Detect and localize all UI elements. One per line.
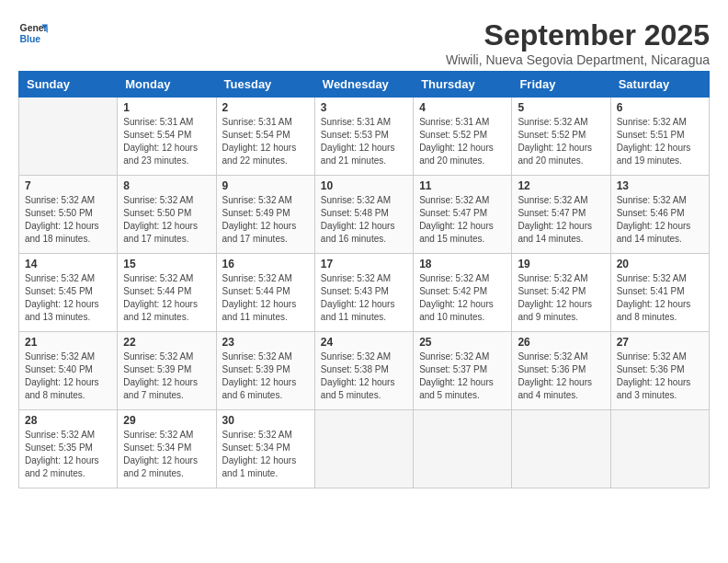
calendar-cell: 25Sunrise: 5:32 AMSunset: 5:37 PMDayligh… <box>414 332 512 410</box>
calendar-cell: 2Sunrise: 5:31 AMSunset: 5:54 PMDaylight… <box>216 98 314 176</box>
day-info: Sunrise: 5:32 AMSunset: 5:36 PMDaylight:… <box>617 350 703 402</box>
calendar-cell: 11Sunrise: 5:32 AMSunset: 5:47 PMDayligh… <box>414 176 512 254</box>
calendar-cell: 23Sunrise: 5:32 AMSunset: 5:39 PMDayligh… <box>216 332 314 410</box>
day-info: Sunrise: 5:32 AMSunset: 5:40 PMDaylight:… <box>25 350 111 402</box>
day-number: 3 <box>321 101 407 114</box>
calendar-cell: 13Sunrise: 5:32 AMSunset: 5:46 PMDayligh… <box>610 176 709 254</box>
day-info: Sunrise: 5:32 AMSunset: 5:34 PMDaylight:… <box>123 429 210 480</box>
logo: General Blue <box>18 18 48 48</box>
day-info: Sunrise: 5:32 AMSunset: 5:52 PMDaylight:… <box>518 116 604 167</box>
weekday-header-sunday: Sunday <box>19 72 118 98</box>
day-number: 21 <box>25 336 111 349</box>
weekday-header-friday: Friday <box>512 72 610 98</box>
month-title: September 2025 <box>446 18 710 52</box>
page-header: General Blue September 2025 Wiwili, Nuev… <box>18 18 710 67</box>
calendar-cell: 21Sunrise: 5:32 AMSunset: 5:40 PMDayligh… <box>19 332 118 410</box>
day-number: 4 <box>419 101 506 114</box>
title-section: September 2025 Wiwili, Nueva Segovia Dep… <box>446 18 710 67</box>
day-info: Sunrise: 5:31 AMSunset: 5:53 PMDaylight:… <box>321 116 407 167</box>
calendar-cell: 20Sunrise: 5:32 AMSunset: 5:41 PMDayligh… <box>610 254 709 332</box>
day-number: 7 <box>25 179 111 192</box>
day-info: Sunrise: 5:32 AMSunset: 5:46 PMDaylight:… <box>617 194 703 246</box>
calendar-cell: 9Sunrise: 5:32 AMSunset: 5:49 PMDaylight… <box>216 176 314 254</box>
calendar-cell: 1Sunrise: 5:31 AMSunset: 5:54 PMDaylight… <box>118 98 216 176</box>
day-number: 9 <box>222 179 309 192</box>
day-number: 5 <box>518 101 604 114</box>
calendar-table: SundayMondayTuesdayWednesdayThursdayFrid… <box>18 71 710 488</box>
location-subtitle: Wiwili, Nueva Segovia Department, Nicara… <box>446 52 710 67</box>
svg-text:Blue: Blue <box>20 34 41 44</box>
weekday-header-tuesday: Tuesday <box>216 72 314 98</box>
weekday-header-thursday: Thursday <box>414 72 512 98</box>
logo-icon: General Blue <box>18 18 48 48</box>
day-info: Sunrise: 5:32 AMSunset: 5:37 PMDaylight:… <box>419 350 506 402</box>
calendar-cell: 12Sunrise: 5:32 AMSunset: 5:47 PMDayligh… <box>512 176 610 254</box>
day-number: 10 <box>321 179 407 192</box>
calendar-cell: 28Sunrise: 5:32 AMSunset: 5:35 PMDayligh… <box>19 410 118 488</box>
day-number: 6 <box>617 101 703 114</box>
day-info: Sunrise: 5:31 AMSunset: 5:54 PMDaylight:… <box>123 116 210 167</box>
day-number: 15 <box>123 258 210 270</box>
weekday-header-saturday: Saturday <box>610 72 709 98</box>
day-info: Sunrise: 5:32 AMSunset: 5:39 PMDaylight:… <box>222 350 309 402</box>
day-number: 26 <box>518 336 604 349</box>
calendar-cell: 14Sunrise: 5:32 AMSunset: 5:45 PMDayligh… <box>19 254 118 332</box>
day-info: Sunrise: 5:32 AMSunset: 5:41 PMDaylight:… <box>617 272 703 324</box>
calendar-cell: 30Sunrise: 5:32 AMSunset: 5:34 PMDayligh… <box>216 410 314 488</box>
day-number: 8 <box>123 179 210 192</box>
calendar-cell <box>414 410 512 488</box>
day-info: Sunrise: 5:32 AMSunset: 5:43 PMDaylight:… <box>321 272 407 324</box>
day-info: Sunrise: 5:31 AMSunset: 5:52 PMDaylight:… <box>419 116 506 167</box>
day-number: 17 <box>321 258 407 270</box>
day-number: 23 <box>222 336 309 349</box>
day-info: Sunrise: 5:32 AMSunset: 5:47 PMDaylight:… <box>518 194 604 246</box>
day-number: 13 <box>617 179 703 192</box>
calendar-cell: 27Sunrise: 5:32 AMSunset: 5:36 PMDayligh… <box>610 332 709 410</box>
day-number: 12 <box>518 179 604 192</box>
calendar-cell: 4Sunrise: 5:31 AMSunset: 5:52 PMDaylight… <box>414 98 512 176</box>
day-number: 11 <box>419 179 506 192</box>
day-number: 18 <box>419 258 506 270</box>
calendar-cell: 7Sunrise: 5:32 AMSunset: 5:50 PMDaylight… <box>19 176 118 254</box>
day-info: Sunrise: 5:32 AMSunset: 5:49 PMDaylight:… <box>222 194 309 246</box>
day-info: Sunrise: 5:32 AMSunset: 5:36 PMDaylight:… <box>518 350 604 402</box>
day-number: 28 <box>25 414 111 427</box>
day-number: 22 <box>123 336 210 349</box>
calendar-cell: 19Sunrise: 5:32 AMSunset: 5:42 PMDayligh… <box>512 254 610 332</box>
calendar-cell <box>314 410 413 488</box>
calendar-cell: 5Sunrise: 5:32 AMSunset: 5:52 PMDaylight… <box>512 98 610 176</box>
calendar-cell: 16Sunrise: 5:32 AMSunset: 5:44 PMDayligh… <box>216 254 314 332</box>
calendar-cell: 3Sunrise: 5:31 AMSunset: 5:53 PMDaylight… <box>314 98 413 176</box>
day-info: Sunrise: 5:31 AMSunset: 5:54 PMDaylight:… <box>222 116 309 167</box>
day-info: Sunrise: 5:32 AMSunset: 5:50 PMDaylight:… <box>25 194 111 246</box>
calendar-cell: 22Sunrise: 5:32 AMSunset: 5:39 PMDayligh… <box>118 332 216 410</box>
weekday-header-wednesday: Wednesday <box>314 72 413 98</box>
day-info: Sunrise: 5:32 AMSunset: 5:51 PMDaylight:… <box>617 116 703 167</box>
calendar-cell <box>19 98 118 176</box>
day-info: Sunrise: 5:32 AMSunset: 5:39 PMDaylight:… <box>123 350 210 402</box>
day-number: 30 <box>222 414 309 427</box>
day-number: 25 <box>419 336 506 349</box>
day-info: Sunrise: 5:32 AMSunset: 5:42 PMDaylight:… <box>518 272 604 324</box>
calendar-cell: 24Sunrise: 5:32 AMSunset: 5:38 PMDayligh… <box>314 332 413 410</box>
day-info: Sunrise: 5:32 AMSunset: 5:44 PMDaylight:… <box>123 272 210 324</box>
weekday-header-monday: Monday <box>118 72 216 98</box>
calendar-cell: 6Sunrise: 5:32 AMSunset: 5:51 PMDaylight… <box>610 98 709 176</box>
day-number: 19 <box>518 258 604 270</box>
calendar-cell: 18Sunrise: 5:32 AMSunset: 5:42 PMDayligh… <box>414 254 512 332</box>
day-info: Sunrise: 5:32 AMSunset: 5:35 PMDaylight:… <box>25 429 111 480</box>
day-info: Sunrise: 5:32 AMSunset: 5:38 PMDaylight:… <box>321 350 407 402</box>
day-info: Sunrise: 5:32 AMSunset: 5:34 PMDaylight:… <box>222 429 309 480</box>
day-number: 27 <box>617 336 703 349</box>
day-info: Sunrise: 5:32 AMSunset: 5:42 PMDaylight:… <box>419 272 506 324</box>
day-number: 29 <box>123 414 210 427</box>
day-number: 14 <box>25 258 111 270</box>
day-number: 24 <box>321 336 407 349</box>
calendar-cell: 10Sunrise: 5:32 AMSunset: 5:48 PMDayligh… <box>314 176 413 254</box>
calendar-cell <box>512 410 610 488</box>
day-info: Sunrise: 5:32 AMSunset: 5:45 PMDaylight:… <box>25 272 111 324</box>
calendar-cell: 8Sunrise: 5:32 AMSunset: 5:50 PMDaylight… <box>118 176 216 254</box>
calendar-cell: 17Sunrise: 5:32 AMSunset: 5:43 PMDayligh… <box>314 254 413 332</box>
day-info: Sunrise: 5:32 AMSunset: 5:44 PMDaylight:… <box>222 272 309 324</box>
day-number: 2 <box>222 101 309 114</box>
